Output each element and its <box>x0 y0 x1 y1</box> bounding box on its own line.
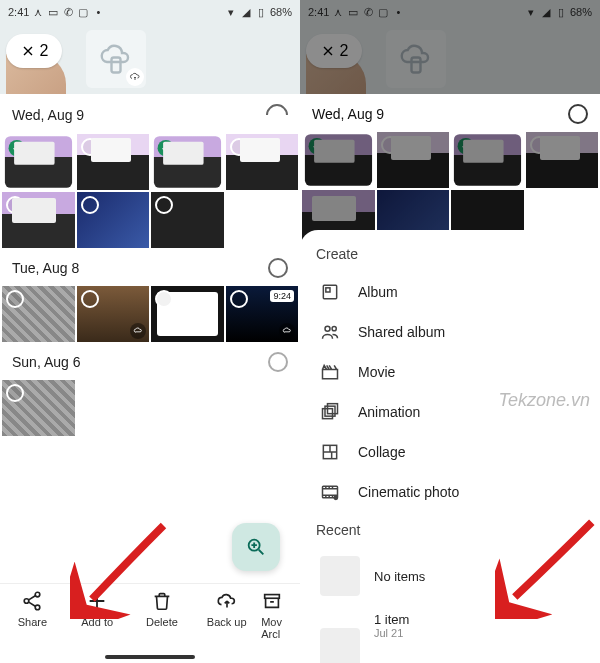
cinematic-icon <box>320 482 340 502</box>
share-button[interactable]: Share <box>0 590 65 663</box>
photo-thumb[interactable] <box>77 192 150 248</box>
dot-icon: • <box>392 6 404 18</box>
chat-icon: ▭ <box>47 6 59 18</box>
section-aug8[interactable]: Tue, Aug 8 <box>0 248 300 286</box>
cloud-up-icon <box>216 590 238 612</box>
select-day-ring[interactable] <box>261 99 292 130</box>
create-movie[interactable]: Movie <box>316 352 592 392</box>
app-icon: ▢ <box>77 6 89 18</box>
select-ring[interactable] <box>230 138 248 156</box>
magnify-plus-icon <box>245 536 267 558</box>
selection-chip[interactable]: 2 <box>6 34 62 68</box>
select-ring[interactable] <box>155 196 173 214</box>
svg-point-9 <box>325 326 330 331</box>
person-icon: ⋏ <box>332 6 344 18</box>
photo-thumb[interactable] <box>2 286 75 342</box>
archive-button[interactable]: MovArcl <box>259 590 300 663</box>
status-bar: 2:41 ⋏ ▭ ✆ ▢ • ▾ ◢ ▯ 68% <box>0 0 300 24</box>
recent-date: Jul 21 <box>374 627 409 663</box>
backup-card[interactable] <box>86 30 146 88</box>
photo-thumb[interactable]: 9:24 <box>226 286 299 342</box>
select-ring[interactable] <box>81 196 99 214</box>
status-battery: 68% <box>570 6 592 18</box>
item-label: Cinematic photo <box>358 484 459 500</box>
photo-thumb[interactable] <box>151 192 224 248</box>
section-aug6[interactable]: Sun, Aug 6 <box>0 342 300 380</box>
phone-icon: ✆ <box>362 6 374 18</box>
photo-thumb[interactable] <box>151 286 224 342</box>
select-ring[interactable] <box>155 290 173 308</box>
create-cinematic[interactable]: Cinematic photo <box>316 472 592 512</box>
check-icon[interactable] <box>158 140 175 157</box>
backup-strip: 2 <box>0 24 300 94</box>
svg-point-10 <box>332 327 336 331</box>
screenshot-left: 2:41 ⋏ ▭ ✆ ▢ • ▾ ◢ ▯ 68% 2 Wed, Aug 9 <box>0 0 300 663</box>
select-day-ring[interactable] <box>268 258 288 278</box>
photo-thumb[interactable] <box>2 380 75 436</box>
status-bar: 2:41 ⋏ ▭ ✆ ▢ • ▾ ◢ ▯ 68% <box>300 0 600 24</box>
create-animation[interactable]: Animation <box>316 392 592 432</box>
create-shared-album[interactable]: Shared album <box>316 312 592 352</box>
photo-thumb[interactable] <box>77 286 150 342</box>
photo-thumb[interactable] <box>226 134 299 190</box>
phone-icon: ✆ <box>62 6 74 18</box>
create-collage[interactable]: Collage <box>316 432 592 472</box>
svg-rect-6 <box>412 58 421 73</box>
battery-icon: ▯ <box>255 6 267 18</box>
select-ring[interactable] <box>230 290 248 308</box>
photo-thumb[interactable] <box>2 192 75 248</box>
section-label: Wed, Aug 9 <box>12 107 84 123</box>
collage-icon <box>320 442 340 462</box>
recent-title: No items <box>374 569 425 584</box>
movie-icon <box>320 362 340 382</box>
item-label: Movie <box>358 364 395 380</box>
cloud-done-icon <box>130 323 146 339</box>
clock-widget: 9:24 <box>270 290 294 302</box>
section-aug9[interactable]: Wed, Aug 9 <box>0 94 300 134</box>
screenshot-right: 2:41 ⋏ ▭ ✆ ▢ • ▾ ◢ ▯ 68% 2 Wed, Aug 9 <box>300 0 600 663</box>
item-label: Shared album <box>358 324 445 340</box>
cloud-done-icon <box>279 323 295 339</box>
app-icon: ▢ <box>377 6 389 18</box>
archive-label: MovArcl <box>261 616 282 640</box>
svg-rect-8 <box>326 288 330 292</box>
grid-aug9 <box>0 134 300 248</box>
status-battery: 68% <box>270 6 292 18</box>
grid-aug8: 9:24 <box>0 286 300 342</box>
item-label: Animation <box>358 404 420 420</box>
select-ring[interactable] <box>6 290 24 308</box>
select-ring[interactable] <box>81 290 99 308</box>
svg-rect-0 <box>112 58 121 73</box>
cloud-badge-icon <box>126 68 144 86</box>
select-day-ring[interactable] <box>268 352 288 372</box>
photo-thumb[interactable] <box>5 136 72 188</box>
backup-button[interactable]: Back up <box>194 590 259 663</box>
album-thumb <box>320 556 360 596</box>
album-thumb <box>320 628 360 664</box>
chat-icon: ▭ <box>347 6 359 18</box>
photo-thumb[interactable] <box>77 134 150 190</box>
share-icon <box>21 590 43 612</box>
signal-icon: ◢ <box>240 6 252 18</box>
gesture-bar[interactable] <box>105 655 195 659</box>
search-fab[interactable] <box>232 523 280 571</box>
svg-rect-12 <box>325 406 335 416</box>
select-ring[interactable] <box>6 196 24 214</box>
album-icon <box>320 282 340 302</box>
backup-label: Back up <box>207 616 247 628</box>
dimmed-background: 2:41 ⋏ ▭ ✆ ▢ • ▾ ◢ ▯ 68% 2 Wed, Aug 9 <box>300 0 600 246</box>
item-label: Album <box>358 284 398 300</box>
create-album[interactable]: Album <box>316 272 592 312</box>
close-icon[interactable] <box>20 43 36 59</box>
photo-thumb[interactable] <box>154 136 221 188</box>
share-label: Share <box>18 616 47 628</box>
grid-aug6 <box>0 380 300 436</box>
select-ring[interactable] <box>81 138 99 156</box>
check-icon[interactable] <box>9 140 26 157</box>
item-label: Collage <box>358 444 405 460</box>
person-icon: ⋏ <box>32 6 44 18</box>
battery-icon: ▯ <box>555 6 567 18</box>
animation-icon <box>320 402 340 422</box>
status-time: 2:41 <box>308 6 329 18</box>
select-ring[interactable] <box>6 384 24 402</box>
